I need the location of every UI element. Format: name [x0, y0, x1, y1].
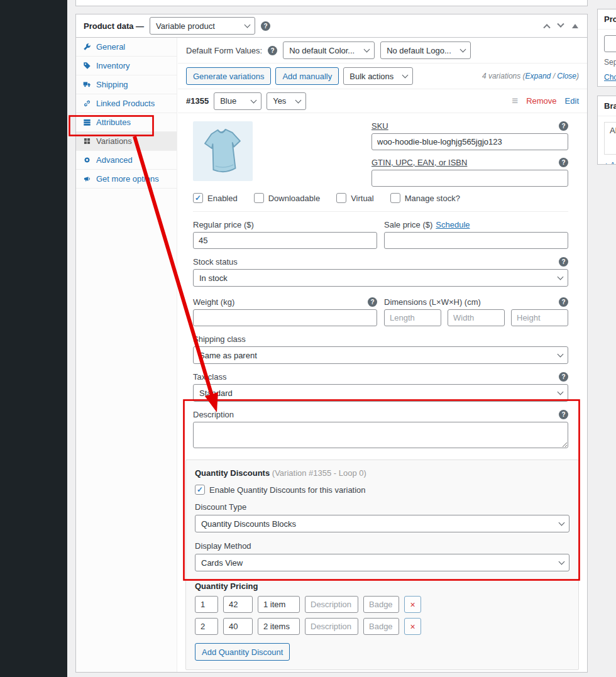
schedule-link[interactable]: Schedule	[436, 220, 470, 229]
virtual-label: Virtual	[351, 194, 374, 203]
brands-panel: Brands All Brand + Add Ne	[597, 96, 616, 165]
help-icon[interactable]: ?	[261, 21, 270, 31]
qty-input[interactable]	[195, 618, 218, 635]
edit-variation-link[interactable]: Edit	[565, 96, 579, 106]
tab-attributes[interactable]: Attributes	[76, 113, 177, 132]
virtual-checkbox[interactable]: ✓	[336, 193, 346, 203]
chevron-down-icon	[251, 97, 257, 103]
remove-row-button[interactable]: ×	[404, 618, 421, 635]
badge-input[interactable]	[363, 596, 399, 613]
quantity-pricing-label: Quantity Pricing	[195, 581, 569, 591]
variation-flags-row: ✓ Enabled ✓ Downloadable ✓ Virtual ✓ Man…	[193, 193, 568, 212]
enable-quantity-discounts-checkbox[interactable]: ✓	[195, 485, 205, 495]
all-brands-box[interactable]: All Brand	[604, 122, 616, 155]
add-manually-button[interactable]: Add manually	[275, 67, 339, 85]
move-up-icon[interactable]	[543, 24, 550, 31]
sale-price-input[interactable]	[384, 232, 568, 249]
stock-status-select[interactable]: In stock	[193, 269, 568, 287]
help-icon[interactable]: ?	[559, 158, 568, 167]
remove-variation-link[interactable]: Remove	[526, 96, 556, 106]
tab-linked-products[interactable]: Linked Products	[76, 94, 177, 113]
tab-advanced[interactable]: Advanced	[76, 151, 177, 170]
length-input[interactable]	[384, 309, 441, 326]
variations-toolbar: Generate variations Add manually Bulk ac…	[178, 63, 587, 89]
default-color-select[interactable]: No default Color...	[283, 41, 375, 59]
chevron-down-icon	[558, 351, 564, 358]
help-icon[interactable]: ?	[268, 46, 277, 55]
chevron-down-icon	[460, 47, 466, 53]
product-data-tabs: General Inventory Shipping Linked Produc…	[76, 38, 177, 672]
gtin-input[interactable]	[371, 170, 568, 187]
expand-link[interactable]: Expand	[525, 72, 551, 80]
generate-variations-button[interactable]: Generate variations	[186, 67, 271, 85]
wp-admin-menu[interactable]	[0, 0, 67, 677]
discount-type-label: Discount Type	[195, 502, 569, 512]
collapse-toggle-icon[interactable]	[572, 24, 578, 28]
price-input[interactable]	[223, 618, 253, 635]
help-icon[interactable]: ?	[559, 121, 568, 131]
gear-icon	[83, 156, 91, 164]
default-logo-select[interactable]: No default Logo...	[380, 41, 471, 59]
qty-input[interactable]	[195, 596, 218, 613]
default-form-values-label: Default Form Values:	[186, 46, 262, 55]
height-input[interactable]	[511, 309, 568, 326]
help-icon[interactable]: ?	[559, 372, 568, 382]
regular-price-input[interactable]	[193, 232, 377, 249]
sku-label: SKU	[371, 121, 388, 131]
product-data-metabox: Product data — Variable product ? Genera…	[75, 14, 588, 673]
product-tags-input[interactable]	[604, 35, 616, 52]
enabled-checkbox[interactable]: ✓	[193, 193, 203, 203]
help-icon[interactable]: ?	[559, 297, 568, 307]
help-icon[interactable]: ?	[559, 257, 568, 267]
product-data-header: Product data — Variable product ?	[76, 14, 587, 38]
quantity-discounts-section: Quantity Discounts (Variation #1355 - Lo…	[185, 460, 579, 670]
move-down-icon[interactable]	[557, 21, 564, 28]
description-input[interactable]	[305, 618, 358, 635]
help-icon[interactable]: ?	[368, 297, 377, 307]
tab-inventory[interactable]: Inventory	[76, 57, 177, 75]
tab-general[interactable]: General	[76, 38, 177, 57]
truck-icon	[83, 80, 91, 89]
tab-shipping[interactable]: Shipping	[76, 75, 177, 94]
drag-handle-icon[interactable]: ≡	[512, 96, 518, 106]
choose-from-tags-link[interactable]: Choose fro	[604, 73, 616, 82]
discount-type-select[interactable]: Quantity Discounts Blocks	[195, 515, 569, 532]
add-new-brand-link[interactable]: + Add Ne	[604, 161, 616, 165]
grid-icon	[83, 137, 91, 145]
close-link[interactable]: Close	[557, 72, 576, 80]
product-type-select[interactable]: Variable product	[150, 17, 255, 35]
weight-input[interactable]	[193, 309, 377, 326]
tab-variations[interactable]: Variations	[76, 132, 177, 151]
display-method-select[interactable]: Cards View	[195, 554, 569, 571]
label-input[interactable]	[258, 596, 300, 613]
variation-id: #1355	[186, 96, 209, 106]
downloadable-checkbox[interactable]: ✓	[254, 193, 264, 203]
downloadable-label: Downloadable	[268, 194, 320, 203]
quantity-pricing-row: ×	[195, 596, 569, 613]
sku-input[interactable]	[371, 133, 568, 150]
remove-row-button[interactable]: ×	[404, 596, 421, 613]
product-tags-panel: Product t Separate t Choose fro	[597, 9, 616, 87]
description-input[interactable]	[305, 596, 358, 613]
dimensions-label: Dimensions (L×W×H) (cm)	[384, 297, 481, 307]
badge-input[interactable]	[363, 618, 399, 635]
bulk-actions-select[interactable]: Bulk actions	[343, 67, 413, 85]
brands-title: Brands	[598, 96, 616, 116]
chevron-down-icon	[245, 22, 251, 28]
price-input[interactable]	[223, 596, 253, 613]
gtin-label: GTIN, UPC, EAN, or ISBN	[371, 158, 467, 167]
wrench-icon	[83, 43, 91, 51]
label-input[interactable]	[258, 618, 300, 635]
manage-stock-checkbox[interactable]: ✓	[390, 193, 400, 203]
variation-attribute-select[interactable]: Blue	[214, 92, 261, 110]
width-input[interactable]	[448, 309, 505, 326]
shipping-class-select[interactable]: Same as parent	[193, 346, 568, 364]
enable-quantity-discounts-label: Enable Quantity Discounts for this varia…	[209, 485, 366, 495]
tab-get-more-options[interactable]: Get more options	[76, 170, 177, 189]
add-quantity-discount-button[interactable]: Add Quantity Discount	[195, 643, 290, 661]
variation-image[interactable]	[193, 121, 253, 181]
help-icon[interactable]: ?	[559, 410, 568, 419]
description-textarea[interactable]	[193, 422, 568, 448]
variation-enabled-select[interactable]: Yes	[267, 92, 306, 110]
tax-class-select[interactable]: Standard	[193, 384, 568, 402]
